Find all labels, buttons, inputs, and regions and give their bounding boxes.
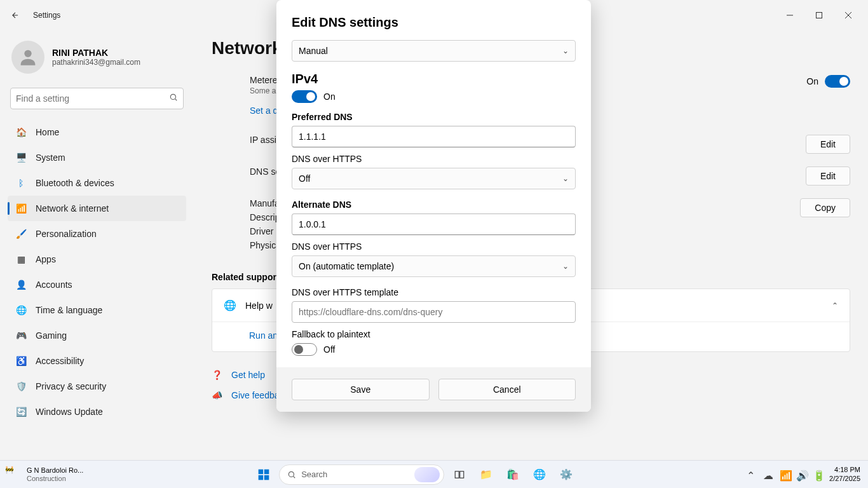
taskbar-search[interactable]: Search: [279, 464, 444, 485]
cancel-button[interactable]: Cancel: [438, 379, 576, 400]
svg-rect-14: [460, 471, 464, 478]
svg-point-11: [288, 471, 294, 477]
svg-line-12: [293, 476, 295, 478]
edge-button[interactable]: 🌐: [528, 463, 551, 486]
clock[interactable]: 4:18 PM 2/27/2025: [829, 466, 860, 482]
modal-title: Edit DNS settings: [292, 15, 576, 30]
search-highlight-icon: [414, 467, 440, 482]
svg-rect-13: [455, 471, 459, 478]
wifi-icon[interactable]: 📶: [780, 470, 790, 480]
preferred-dns-label: Preferred DNS: [292, 112, 576, 122]
alternate-dns-label: Alternate DNS: [292, 200, 576, 210]
dns-settings-modal: Edit DNS settings Manual ⌄ IPv4 On Prefe…: [276, 0, 591, 412]
ipv4-toggle[interactable]: [292, 90, 317, 103]
taskbar: 🚧 G N Bardoloi Ro... Construction Search…: [0, 460, 868, 488]
search-icon: [287, 470, 296, 479]
fallback-toggle[interactable]: [292, 343, 317, 356]
svg-rect-8: [264, 469, 269, 474]
construction-icon: 🚧: [5, 466, 23, 484]
store-button[interactable]: 🛍️: [501, 463, 524, 486]
select-value: Manual: [299, 46, 328, 56]
select-value: Off: [299, 173, 310, 184]
clock-time: 4:18 PM: [829, 466, 860, 474]
toggle-label: On: [323, 92, 336, 102]
svg-rect-7: [259, 469, 264, 474]
preferred-dns-input[interactable]: [292, 126, 576, 147]
chevron-down-icon: ⌄: [562, 46, 569, 55]
start-button[interactable]: [252, 463, 275, 486]
save-button[interactable]: Save: [292, 379, 430, 400]
select-value: On (automatic template): [299, 261, 394, 271]
volume-icon[interactable]: 🔊: [796, 470, 806, 480]
template-input: [292, 301, 576, 323]
task-view-button[interactable]: [448, 463, 471, 486]
clock-date: 2/27/2025: [829, 475, 860, 483]
dns-mode-select[interactable]: Manual ⌄: [292, 40, 576, 62]
doh2-label: DNS over HTTPS: [292, 241, 576, 252]
battery-icon[interactable]: 🔋: [813, 470, 823, 480]
tray-chevron-icon[interactable]: ⌃: [747, 470, 757, 480]
settings-button[interactable]: ⚙️: [555, 463, 578, 486]
alternate-dns-input[interactable]: [292, 214, 576, 235]
file-explorer-button[interactable]: 📁: [475, 463, 498, 486]
ipv4-heading: IPv4: [292, 72, 576, 86]
chevron-down-icon: ⌄: [562, 174, 569, 183]
doh1-label: DNS over HTTPS: [292, 154, 576, 164]
weather-line2: Construction: [27, 475, 83, 482]
weather-widget[interactable]: 🚧 G N Bardoloi Ro... Construction: [5, 466, 83, 484]
fallback-label: Fallback to plaintext: [292, 329, 576, 339]
doh1-select[interactable]: Off ⌄: [292, 168, 576, 189]
chevron-down-icon: ⌄: [562, 262, 569, 271]
search-placeholder: Search: [301, 470, 327, 479]
toggle-label: Off: [323, 344, 335, 355]
onedrive-icon[interactable]: ☁: [763, 470, 773, 480]
doh2-select[interactable]: On (automatic template) ⌄: [292, 255, 576, 277]
weather-line1: G N Bardoloi Ro...: [27, 466, 83, 474]
svg-rect-10: [264, 475, 269, 480]
svg-rect-9: [259, 475, 264, 480]
template-label: DNS over HTTPS template: [292, 287, 576, 297]
